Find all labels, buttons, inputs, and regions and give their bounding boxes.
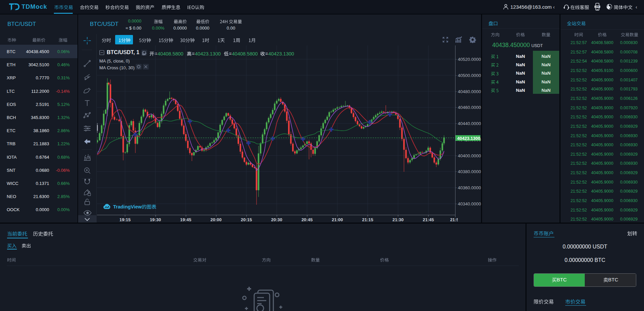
svg-text:APP: APP (596, 6, 600, 8)
